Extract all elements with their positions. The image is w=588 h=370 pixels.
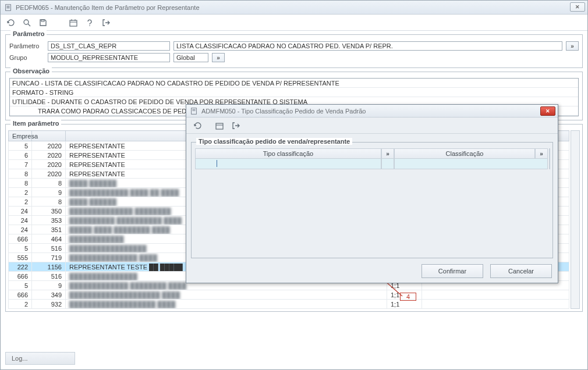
window-doc-icon (4, 3, 12, 12)
parametro-label: Parâmetro (9, 42, 44, 49)
table-cell: 666 (9, 234, 32, 244)
main-close-button[interactable]: ✕ (570, 2, 585, 12)
dialog-header-expand-2[interactable]: » (535, 148, 548, 159)
table-cell: 9 (32, 281, 66, 290)
table-cell: 2020 (32, 169, 66, 179)
parametro-expand-button[interactable]: » (566, 41, 579, 51)
main-toolbar (1, 15, 587, 31)
item-parametro-legend: Item parâmetro (10, 120, 61, 127)
table-cell: 932 (32, 300, 66, 309)
table-cell: 351 (32, 225, 66, 234)
grid-header-empresa: Empresa (9, 131, 32, 141)
exit-icon[interactable] (231, 120, 241, 131)
svg-rect-7 (70, 20, 77, 26)
table-cell: 353 (32, 216, 66, 225)
svg-rect-0 (6, 4, 11, 10)
dialog-cell-class[interactable] (394, 159, 548, 169)
svg-point-11 (89, 25, 90, 26)
table-cell: 2020 (32, 151, 66, 160)
dialog-header-tipo[interactable]: Tipo classificação (195, 148, 381, 159)
table-cell: 8 (32, 197, 66, 207)
cancel-button[interactable]: Cancelar (490, 264, 552, 278)
table-row[interactable]: 666349████████████████████ ████1;1 (9, 290, 569, 300)
calendar-icon[interactable] (214, 120, 225, 131)
search-icon[interactable] (22, 17, 32, 28)
close-x-icon: ✕ (575, 4, 580, 10)
table-cell: 24 (9, 225, 32, 234)
table-cell: 2 (9, 197, 32, 207)
table-cell: 8 (9, 169, 32, 179)
table-cell: 7 (9, 160, 32, 169)
table-cell: 516 (32, 272, 66, 281)
close-x-icon: ✕ (546, 108, 550, 114)
exit-icon[interactable] (101, 17, 111, 28)
dialog-scrollbar[interactable] (549, 148, 550, 169)
grupo-desc-field: Global (173, 53, 208, 62)
parametro-field[interactable]: DS_LST_CLAS_REPR (48, 41, 170, 51)
table-cell: 464 (32, 234, 66, 244)
table-cell: ████████████████████ ████ (66, 290, 387, 300)
dialog-window: ADMFM050 - Tipo Classificação Pedido de … (186, 104, 558, 283)
dialog-cell-tipo[interactable] (195, 159, 381, 169)
table-cell: 5 (9, 141, 32, 151)
svg-point-4 (24, 20, 29, 24)
table-cell: 2020 (32, 160, 66, 169)
confirm-button[interactable]: Confirmar (421, 264, 483, 278)
dialog-close-button[interactable]: ✕ (540, 106, 555, 116)
table-cell: 350 (32, 207, 66, 216)
table-cell: 5 (9, 281, 32, 290)
grupo-field[interactable]: MODULO_REPRESENTANTE (48, 53, 170, 62)
table-cell: 8 (9, 179, 32, 188)
table-cell: 6 (9, 151, 32, 160)
dialog-title-bar: ADMFM050 - Tipo Classificação Pedido de … (186, 105, 558, 118)
main-window: PEDFM065 - Manutenção Item de Parâmetro … (0, 0, 588, 370)
obs-line: FUNCAO - LISTA DE CLASSIFICACAO PADRAO N… (10, 79, 578, 88)
table-row[interactable]: 2932███████████████████ ████1;1 (9, 300, 569, 309)
table-cell: 719 (32, 253, 66, 262)
log-button[interactable]: Log... (5, 352, 75, 365)
help-icon[interactable] (84, 17, 95, 28)
table-cell (422, 300, 569, 309)
table-cell: 2 (9, 188, 32, 197)
calendar-icon[interactable] (68, 17, 79, 28)
svg-rect-15 (216, 123, 223, 129)
parametro-desc-field: LISTA CLASSIFICACAO PADRAO NO CADASTRO P… (173, 41, 562, 51)
table-cell: 666 (9, 272, 32, 281)
svg-rect-12 (192, 108, 197, 114)
table-cell: 8 (32, 179, 66, 188)
grupo-expand-button[interactable]: » (212, 53, 225, 62)
window-title: PEDFM065 - Manutenção Item de Parâmetro … (16, 4, 200, 11)
observacao-legend: Observação (10, 67, 52, 74)
dialog-toolbar (186, 118, 558, 134)
dialog-header-class[interactable]: Classificação (394, 148, 535, 159)
table-cell: 1;1 (387, 300, 422, 309)
table-cell: 24 (9, 216, 32, 225)
grid-scrollbar[interactable] (571, 130, 580, 309)
svg-rect-6 (41, 20, 44, 22)
table-cell: 666 (9, 290, 32, 300)
dialog-title: ADMFM050 - Tipo Classificação Pedido de … (201, 108, 366, 115)
table-cell: 24 (9, 207, 32, 216)
undo-icon[interactable] (5, 17, 16, 28)
table-cell: 1156 (32, 262, 66, 272)
undo-icon[interactable] (192, 120, 203, 131)
dialog-header-expand-1[interactable]: » (381, 148, 394, 159)
table-cell: 222 (9, 262, 32, 272)
table-cell: 2 (9, 300, 32, 309)
table-cell: ███████████████████ ████ (66, 300, 387, 309)
table-cell (422, 290, 569, 300)
table-cell: 349 (32, 290, 66, 300)
main-title-bar: PEDFM065 - Manutenção Item de Parâmetro … (1, 1, 587, 15)
obs-line: FORMATO - STRING (10, 88, 578, 97)
svg-line-5 (28, 24, 30, 26)
dialog-legend: Tipo classificação pedido de venda/repre… (196, 138, 352, 145)
table-cell: 2020 (32, 141, 66, 151)
parametro-legend: Parâmetro (10, 30, 47, 37)
table-cell: 9 (32, 188, 66, 197)
table-cell: 1;1 (387, 290, 422, 300)
save-icon[interactable] (38, 17, 48, 28)
dialog-cell-expgap (381, 159, 394, 169)
dialog-group: Tipo classificação pedido de venda/repre… (191, 142, 553, 258)
table-cell: 516 (32, 244, 66, 253)
grupo-label: Grupo (9, 54, 44, 61)
